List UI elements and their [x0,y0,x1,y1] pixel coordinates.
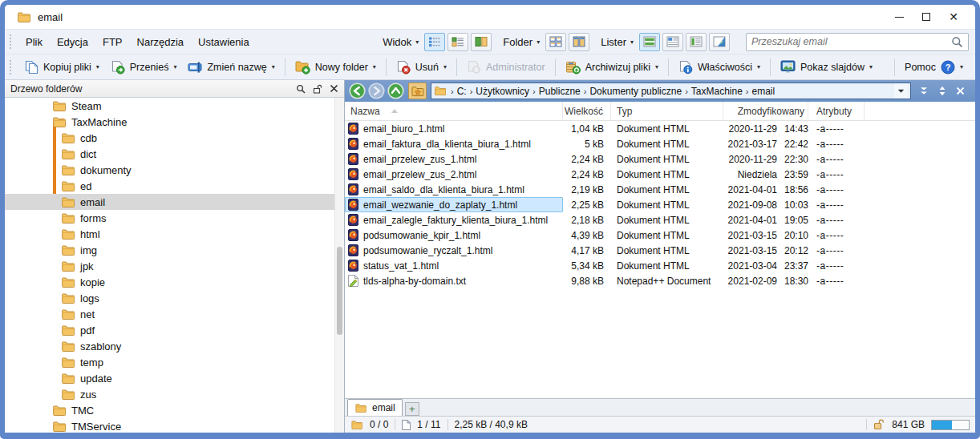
tree-item-update[interactable]: update [5,370,344,386]
toolbar-grip[interactable] [10,60,12,75]
copy-files-button[interactable]: Kopiuj pliki▾ [18,58,105,77]
file-name-cell[interactable]: email_biuro_1.html [345,121,563,136]
file-row[interactable]: email_przelew_zus_2.html2,24 kBDokument … [345,167,975,182]
menubar-grip[interactable] [10,34,12,49]
tree-item-kopie[interactable]: kopie [5,274,344,290]
tree-scrollbar-thumb[interactable] [337,247,342,335]
tree-search-icon[interactable] [296,84,306,94]
breadcrumb-dokumenty-publiczne[interactable]: Dokumenty publiczne [589,86,682,97]
title-bar[interactable]: email ✕ [5,5,975,29]
file-row[interactable]: podsumowanie_kpir_1.html4,39 kBDokument … [345,228,975,243]
tree-item-html[interactable]: html [5,226,344,242]
search-input[interactable] [751,36,951,47]
search-box[interactable] [746,33,969,51]
tree-item-taxmachine[interactable]: TaxMachine [5,114,344,130]
file-name-cell[interactable]: tlds-alpha-by-domain.txt [345,273,563,288]
view-details-button[interactable] [424,33,445,51]
menu-item-plik[interactable]: Plik [18,33,50,51]
column-header-size[interactable]: Wielkość [563,102,611,120]
rename-button[interactable]: Zmień nazwę▾ [182,58,280,77]
tab-email[interactable]: email [347,399,403,416]
tree-item-steam[interactable]: Steam [5,98,344,114]
tree-item-img[interactable]: img [5,242,344,258]
close-panel-button[interactable] [956,87,965,95]
column-header-attributes[interactable]: Atrybuty [808,102,865,120]
new-tab-button[interactable]: + [405,402,419,416]
file-name-cell[interactable]: email_faktura_dla_klienta_biura_1.html [345,136,563,151]
breadcrumb-c-[interactable]: C: [457,86,467,97]
breadcrumb-bar[interactable]: ›C:›Użytkownicy›Publiczne›Dokumenty publ… [431,83,911,99]
minimize-button[interactable] [885,7,913,26]
lister-top-button[interactable] [662,33,683,51]
menu-item-ustawienia[interactable]: Ustawienia [191,33,257,51]
widok-dropdown[interactable]: Widok▾ [383,36,419,48]
help-button[interactable]: Pomoc ? ▾ [899,58,969,77]
tree-item-pdf[interactable]: pdf [5,322,344,338]
tree-pin-icon[interactable] [313,84,322,94]
collapse-panel-button[interactable] [919,87,929,96]
move-files-button[interactable]: Przenieś▾ [105,58,183,77]
close-button[interactable]: ✕ [940,7,967,26]
tree-scrollbar[interactable] [334,98,344,433]
search-icon[interactable] [951,36,963,48]
breadcrumb-dropdown-button[interactable] [894,83,908,99]
view-columns-button[interactable] [471,33,492,51]
file-name-cell[interactable]: email_przelew_zus_2.html [345,167,563,182]
file-name-cell[interactable]: email_wezwanie_do_zaplaty_1.html [345,197,563,212]
delete-button[interactable]: Usuń▾ [391,58,452,77]
folder-dropdown[interactable]: Folder▾ [503,36,540,48]
file-name-cell[interactable]: podsumowanie_ryczalt_1.html [345,243,563,258]
file-row[interactable]: email_zalegle_faktury_klienta_biura_1.ht… [345,212,975,228]
up-button[interactable] [387,83,404,99]
tree-item-dokumenty[interactable]: dokumenty [5,162,344,178]
archive-button[interactable]: Archiwizuj pliki▾ [560,58,664,77]
lister-preview-button[interactable] [709,33,730,51]
file-row[interactable]: email_przelew_zus_1.html2,24 kBDokument … [345,151,975,167]
file-row[interactable]: email_wezwanie_do_zaplaty_1.html2,25 kBD… [345,197,975,212]
menu-item-ftp[interactable]: FTP [95,33,130,51]
properties-button[interactable]: Właściwości▾ [673,58,766,77]
tree-item-ed[interactable]: ed [5,178,344,194]
file-name-cell[interactable]: status_vat_1.html [345,258,563,273]
file-row[interactable]: podsumowanie_ryczalt_1.html4,17 kBDokume… [345,243,975,258]
breadcrumb-u-ytkownicy[interactable]: Użytkownicy [476,86,529,97]
folder-panels-button[interactable] [569,33,589,51]
menu-item-narzędzia[interactable]: Narzędzia [130,33,192,51]
lock-open-icon[interactable] [873,419,885,430]
file-name-cell[interactable]: email_saldo_dla_klienta_biura_1.html [345,182,563,197]
file-row[interactable]: email_biuro_1.html1,04 kBDokument HTML20… [345,121,975,136]
view-tiles-button[interactable] [447,33,468,51]
tree-item-szablony[interactable]: szablony [5,338,344,354]
tree-item-logs[interactable]: logs [5,290,344,306]
tree-item-temp[interactable]: temp [5,354,344,370]
sort-toggle-button[interactable] [937,86,947,96]
tree-item-tmservice[interactable]: TMService [5,418,344,433]
slideshow-button[interactable]: Pokaz slajdów▾ [775,58,878,76]
file-name-cell[interactable]: podsumowanie_kpir_1.html [345,228,563,243]
file-row[interactable]: email_saldo_dla_klienta_biura_1.html2,19… [345,182,975,197]
file-row[interactable]: email_faktura_dla_klienta_biura_1.html5 … [345,136,975,151]
file-row[interactable]: status_vat_1.html5,34 kBDokument HTML202… [345,258,975,273]
file-row[interactable]: tlds-alpha-by-domain.txt9,88 kBNotepad++… [345,273,975,288]
column-header-modified[interactable]: Zmodyfikowany [723,102,808,120]
lister-dropdown[interactable]: Lister▾ [601,36,634,48]
favorites-button[interactable] [408,83,427,99]
column-header-type[interactable]: Typ [611,102,723,120]
column-header-name[interactable]: Nazwa [345,102,563,120]
tree-item-jpk[interactable]: jpk [5,258,344,274]
breadcrumb-email[interactable]: email [752,86,775,97]
tree-item-zus[interactable]: zus [5,386,344,402]
tree-item-tmc[interactable]: TMC [5,402,344,418]
breadcrumb-publiczne[interactable]: Publiczne [539,86,581,97]
tree-close-icon[interactable] [330,84,338,93]
tree-item-dict[interactable]: dict [5,146,344,162]
back-button[interactable] [349,83,366,99]
tree-item-forms[interactable]: forms [5,210,344,226]
file-name-cell[interactable]: email_zalegle_faktury_klienta_biura_1.ht… [345,212,563,228]
lister-horizontal-button[interactable] [639,33,660,51]
menu-item-edycja[interactable]: Edycja [50,33,95,51]
lister-list-button[interactable] [686,33,707,51]
file-name-cell[interactable]: email_przelew_zus_1.html [345,151,563,167]
breadcrumb-taxmachine[interactable]: TaxMachine [691,86,743,97]
new-folder-button[interactable]: Nowy folder▾ [290,58,382,77]
